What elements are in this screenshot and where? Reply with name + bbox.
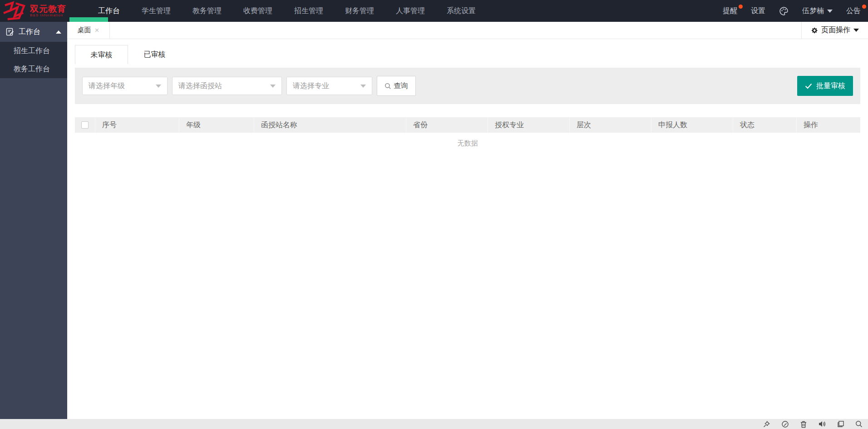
select-all-cell [75,117,95,133]
chevron-down-icon [853,29,859,32]
tab-unreviewed[interactable]: 未审核 [75,45,128,64]
announcement-link[interactable]: 公告 [846,6,861,16]
col-status: 状态 [733,117,797,133]
user-name: 伍梦楠 [802,6,824,16]
notice-badge [739,5,743,9]
nav-item-students[interactable]: 学生管理 [131,0,182,22]
search-button-label: 查询 [394,81,408,91]
gear-icon [811,27,818,34]
sidebar-group-workbench[interactable]: 工作台 [0,22,67,42]
col-grade: 年级 [179,117,254,133]
nav-item-hr[interactable]: 人事管理 [385,0,436,22]
close-icon[interactable]: × [95,26,99,34]
navbar-right: 提醒 设置 伍梦楠 公告 [723,6,868,16]
nav-item-fees[interactable]: 收费管理 [232,0,283,22]
announcement-label: 公告 [846,7,861,15]
col-station: 函授站名称 [254,117,406,133]
table-header: 序号 年级 函授站名称 省份 授权专业 层次 申报人数 状态 操作 [75,117,860,133]
theme-palette-icon[interactable] [779,6,789,16]
batch-review-label: 批量审核 [816,81,845,91]
chevron-down-icon [827,10,833,13]
grade-select-placeholder: 请选择年级 [89,81,125,91]
notice-link[interactable]: 提醒 [723,6,737,16]
station-select[interactable]: 请选择函授站 [172,77,282,95]
review-tabs: 未审核 已审核 [75,45,860,64]
tab-desktop-label: 桌面 [78,26,91,35]
check-icon [805,83,812,89]
volume-icon[interactable] [818,420,826,428]
nav-item-enrollment[interactable]: 招生管理 [283,0,334,22]
col-count: 申报人数 [651,117,733,133]
sidebar: 工作台 招生工作台 教务工作台 [0,22,67,419]
chevron-down-icon [156,85,161,88]
tab-reviewed[interactable]: 已审核 [128,45,181,64]
col-level: 层次 [570,117,651,133]
grade-select[interactable]: 请选择年级 [82,77,168,95]
major-select-placeholder: 请选择专业 [293,81,329,91]
select-all-checkbox[interactable] [81,121,89,129]
batch-review-button[interactable]: 批量审核 [797,76,853,96]
chevron-up-icon [56,30,61,34]
tab-strip: 桌面 × 页面操作 [67,22,868,39]
page-operations-label: 页面操作 [821,25,850,35]
brand-logo-icon [3,1,28,21]
nav-item-settings[interactable]: 系统设置 [436,0,487,22]
nav-item-academic[interactable]: 教务管理 [182,0,232,22]
user-menu[interactable]: 伍梦楠 [802,6,833,16]
page-operations-button[interactable]: 页面操作 [801,22,868,39]
col-actions: 操作 [797,117,860,133]
search-icon [385,83,391,90]
search-button[interactable]: 查询 [377,76,416,96]
sidebar-group-label: 工作台 [19,27,40,37]
zoom-icon[interactable] [855,420,863,428]
trash-icon[interactable] [800,420,807,428]
filter-bar: 请选择年级 请选择函授站 请选择专业 查询 [75,68,860,104]
chevron-down-icon [270,85,276,88]
brand-subtext: B&S Information [30,14,66,17]
settings-link[interactable]: 设置 [751,6,765,16]
annotate-icon[interactable] [781,420,789,428]
station-select-placeholder: 请选择函授站 [178,81,222,91]
chevron-down-icon [360,85,366,88]
empty-placeholder: 无数据 [75,133,860,148]
top-navbar: 双元教育 B&S Information 工作台 学生管理 教务管理 收费管理 … [0,0,868,22]
notice-label: 提醒 [723,7,737,15]
main-content: 未审核 已审核 请选择年级 请选择函授站 请选择专业 查询 [67,40,868,419]
nav-item-finance[interactable]: 财务管理 [334,0,385,22]
brand-name: 双元教育 [30,5,66,14]
col-serial: 序号 [95,117,179,133]
sidebar-item-academic-workbench[interactable]: 教务工作台 [0,60,67,78]
col-province: 省份 [406,117,488,133]
bottom-taskbar [0,419,868,429]
pin-icon[interactable] [763,420,770,428]
tab-desktop[interactable]: 桌面 × [67,22,110,39]
sidebar-item-enrollment-workbench[interactable]: 招生工作台 [0,42,67,60]
active-tab-indicator [69,17,108,22]
workbench-icon [6,28,14,36]
main-menu: 工作台 学生管理 教务管理 收费管理 招生管理 财务管理 人事管理 系统设置 [87,0,487,22]
window-icon[interactable] [837,420,844,428]
brand-text: 双元教育 B&S Information [30,5,66,17]
major-select[interactable]: 请选择专业 [286,77,372,95]
announcement-badge [862,5,866,9]
sidebar-submenu: 招生工作台 教务工作台 [0,42,67,78]
col-major: 授权专业 [488,117,570,133]
